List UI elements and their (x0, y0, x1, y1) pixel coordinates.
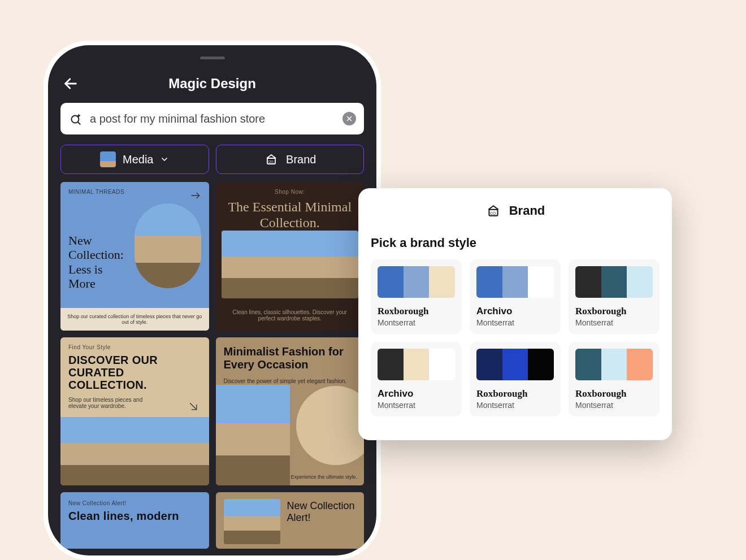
template-card[interactable]: Minimalist Fashion for Every Occasion Di… (216, 337, 365, 486)
card-overline: MINIMAL THREADS (60, 182, 209, 195)
arrow-right-icon (190, 190, 201, 203)
app-title: Magic Design (168, 76, 256, 92)
brand-option-subheading: Montserrat (476, 318, 554, 327)
brand-style-option[interactable]: ArchivoMontserrat (470, 259, 561, 334)
brand-style-option[interactable]: RoxboroughMontserrat (371, 259, 462, 334)
palette-swatches (378, 349, 455, 380)
back-button[interactable] (63, 76, 79, 92)
card-image (135, 203, 201, 288)
magic-sparkle-icon (68, 111, 83, 126)
brand-popover: CO. Brand Pick a brand style RoxboroughM… (358, 188, 672, 440)
results-grid: MINIMAL THREADS New Collection: Less is … (60, 182, 364, 549)
brand-options-grid: RoxboroughMontserratArchivoMontserratRox… (371, 259, 660, 416)
card-sub: Clean lines, classic silhouettes. Discov… (216, 307, 365, 327)
card-overline: Shop Now: (216, 182, 365, 195)
brand-option-heading: Roxborough (378, 306, 455, 317)
card-image (60, 417, 209, 485)
template-card[interactable]: Find Your Style DISCOVER OUR CURATED COL… (60, 337, 209, 486)
media-pill[interactable]: Media (60, 145, 209, 174)
card-heading: New Collection: Less is More (60, 229, 128, 295)
popover-header: CO. Brand (371, 203, 660, 219)
brand-pill-label: Brand (286, 153, 316, 166)
card-heading: The Essential Minimal Collection. (216, 195, 365, 235)
media-thumb-icon (100, 151, 116, 167)
phone-notch (156, 45, 269, 64)
brand-option-heading: Roxborough (476, 388, 554, 400)
brand-option-subheading: Montserrat (378, 401, 455, 410)
card-image (224, 499, 280, 544)
brand-option-heading: Archivo (476, 306, 554, 317)
phone-screen: Magic Design Media (48, 45, 376, 555)
brand-icon: CO. (485, 203, 501, 219)
phone-frame: Magic Design Media (44, 41, 381, 560)
brand-option-subheading: Montserrat (378, 318, 455, 327)
card-shape (296, 386, 364, 465)
brand-option-subheading: Montserrat (575, 401, 653, 410)
palette-swatches (476, 266, 554, 298)
template-card[interactable]: MINIMAL THREADS New Collection: Less is … (60, 182, 209, 331)
card-caption: Experience the ultimate style. (290, 474, 357, 480)
svg-text:CO.: CO. (490, 211, 497, 215)
brand-option-heading: Roxborough (575, 306, 653, 317)
brand-style-option[interactable]: RoxboroughMontserrat (569, 259, 660, 334)
palette-swatches (476, 349, 554, 380)
card-overline: Find Your Style (60, 337, 209, 350)
brand-style-option[interactable]: RoxboroughMontserrat (569, 342, 660, 416)
card-sub: Shop our timeless pieces and elevate you… (60, 394, 151, 415)
palette-swatches (575, 266, 653, 298)
search-input[interactable] (90, 112, 336, 125)
palette-swatches (378, 266, 455, 298)
template-card[interactable]: Shop Now: The Essential Minimal Collecti… (216, 182, 365, 331)
brand-option-heading: Archivo (378, 388, 455, 400)
media-pill-label: Media (123, 153, 153, 166)
card-image (216, 385, 290, 486)
brand-pill[interactable]: CO. Brand (216, 145, 365, 174)
popover-section-title: Pick a brand style (371, 236, 660, 250)
search-bar[interactable] (60, 103, 364, 134)
brand-icon: CO. (263, 151, 279, 167)
template-card[interactable]: New Collection Alert! (216, 492, 365, 549)
card-overline: New Collection Alert! (60, 492, 209, 506)
card-footer: Shop our curated collection of timeless … (60, 308, 209, 331)
brand-option-heading: Roxborough (575, 388, 653, 400)
brand-style-option[interactable]: RoxboroughMontserrat (470, 342, 561, 416)
arrow-diag-icon (188, 401, 199, 414)
app-topbar: Magic Design (60, 68, 364, 99)
card-heading: DISCOVER OUR CURATED COLLECTION. (60, 350, 209, 394)
brand-style-option[interactable]: ArchivoMontserrat (371, 342, 462, 416)
chevron-down-icon (160, 155, 169, 164)
template-card[interactable]: New Collection Alert! Clean lines, moder… (60, 492, 209, 549)
palette-swatches (575, 349, 653, 380)
card-heading: Clean lines, modern (60, 506, 209, 526)
brand-option-subheading: Montserrat (575, 318, 653, 327)
card-heading: Minimalist Fashion for Every Occasion (216, 337, 365, 376)
svg-text:CO.: CO. (268, 160, 275, 163)
popover-title: Brand (509, 203, 545, 218)
clear-input-button[interactable] (342, 112, 356, 125)
brand-option-subheading: Montserrat (476, 401, 554, 410)
svg-line-7 (190, 403, 197, 410)
filter-pills: Media CO. Brand (60, 145, 364, 174)
card-image (222, 231, 359, 298)
